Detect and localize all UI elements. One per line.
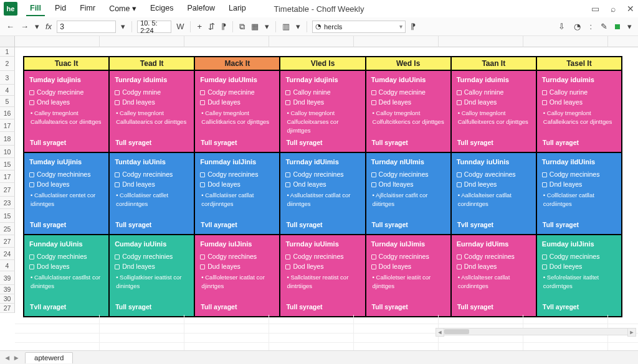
row-header[interactable]: 39: [0, 271, 15, 285]
row-header[interactable]: 3: [0, 71, 15, 85]
tab-nav[interactable]: ◄ ►: [4, 354, 20, 362]
timetable-cell[interactable]: Tumday idujinisCodgy mecinineOnd leayes•…: [24, 70, 109, 152]
col-header[interactable]: [184, 36, 269, 47]
timetable-cell[interactable]: Funnday iuUinisCodgy mechiniesDod leayes…: [24, 235, 109, 317]
timetable-cell[interactable]: Turnday iulJimisCodgy nrecininesDod leay…: [366, 235, 451, 317]
row-header[interactable]: 1: [0, 47, 15, 57]
timetable-cell[interactable]: Tunrday iduimisCodgy mnineDnd leayes• Ca…: [109, 70, 194, 152]
day-header[interactable]: Vled Is: [280, 57, 365, 70]
row-header[interactable]: 15: [0, 158, 15, 170]
autoformat-icon[interactable]: ⁋: [409, 22, 417, 31]
back-icon[interactable]: ←: [5, 22, 16, 31]
timetable-cell[interactable]: Tuntday iuUinisCodgy nrecininesDnd leaye…: [109, 152, 194, 235]
timetable-cell[interactable]: Tumday iduUinisCodgy mecinineDed leayes•…: [366, 70, 451, 152]
sheet-tab[interactable]: aptewerd: [25, 352, 73, 363]
select-all-corner[interactable]: [0, 36, 15, 47]
menu-fill[interactable]: Fill: [26, 1, 45, 16]
row-headers[interactable]: 12345161718101517272315252724439393027: [0, 47, 15, 350]
timetable-cell[interactable]: Turnday iuUimisCodgy nrecininesDod lleye…: [280, 235, 365, 317]
timetable-cell[interactable]: Tunnday iuUinisCodgy avecininesDnd leeye…: [451, 152, 536, 235]
col-header[interactable]: [608, 36, 638, 47]
row-header[interactable]: 23: [0, 197, 15, 209]
menu-come[interactable]: Come ▾: [105, 1, 140, 16]
day-header[interactable]: Mack It: [194, 57, 280, 70]
timetable-cell[interactable]: Turnday iduimisCalloy nrinineDnd leayes•…: [451, 70, 536, 152]
row-header[interactable]: 27: [0, 183, 15, 197]
name-box[interactable]: 3: [57, 21, 116, 33]
timetable-cell[interactable]: Eurnday idUimsCodgy nrecininesDnd leayes…: [451, 235, 536, 317]
row-header[interactable]: 17: [0, 119, 15, 132]
menu-eciges[interactable]: Eciges: [146, 1, 178, 16]
layout1-icon[interactable]: ⧉: [238, 22, 246, 32]
timetable-cell[interactable]: Cumday iuUinisCodgy nrechiniesDnd leayes…: [109, 235, 194, 317]
row-header[interactable]: 2: [0, 57, 15, 71]
day-header[interactable]: Tuac It: [24, 57, 109, 70]
timetable-cell[interactable]: Funmday iulJinisCodgy nrecininesDod leay…: [194, 152, 280, 235]
layout2-icon[interactable]: ▦: [250, 22, 260, 31]
save-icon[interactable]: ▭: [591, 4, 599, 14]
cell-grid[interactable]: Tuac ItTead ItMack ItVled IsWed IsTaan I…: [15, 47, 638, 350]
grid-dropdown-icon[interactable]: ▾: [295, 22, 302, 31]
day-header[interactable]: Tead It: [109, 57, 194, 70]
cell-task: Dod leayes: [200, 180, 274, 189]
more-dropdown-icon[interactable]: ▾: [626, 22, 633, 31]
history-dropdown-icon[interactable]: ▾: [34, 22, 40, 31]
day-header[interactable]: Wed Is: [366, 57, 451, 70]
scrollbar-thumb[interactable]: [444, 329, 469, 334]
style-picker[interactable]: ◔ hercls: [312, 21, 406, 33]
timetable-cell[interactable]: Fumday iulJinisCodgy nrechinesDud leayes…: [194, 235, 280, 317]
timetable-cell[interactable]: Turnday ildUinisCodgy mecininesDnd leaye…: [536, 152, 622, 235]
timetable-cell[interactable]: Turnday idUimisCodgy nrecininesOnd leaye…: [280, 152, 365, 235]
fontsize-box[interactable]: 10. 5: 2:24: [137, 21, 171, 33]
namebox-dropdown-icon[interactable]: ▾: [120, 22, 126, 31]
menu-palefow[interactable]: Palefow: [184, 1, 219, 16]
row-header[interactable]: 4: [0, 85, 15, 96]
row-header[interactable]: 24: [0, 248, 15, 260]
timetable-cell[interactable]: Eumday iulJinisCodgy mecininesDod leeyes…: [536, 235, 622, 317]
col-header[interactable]: [15, 36, 100, 47]
col-header[interactable]: [439, 36, 523, 47]
menu-larip[interactable]: Larip: [225, 1, 250, 16]
row-header[interactable]: 18: [0, 132, 15, 146]
grid-icon[interactable]: ▥: [281, 22, 291, 31]
w-icon[interactable]: W: [175, 22, 185, 31]
horizontal-scrollbar[interactable]: [442, 328, 629, 335]
column-headers[interactable]: [15, 36, 638, 47]
day-header[interactable]: Tasel It: [536, 57, 622, 70]
row-header[interactable]: 25: [0, 223, 15, 235]
timetable-cell[interactable]: Tumday iuUjinisCodgy mechininesDod leaye…: [24, 152, 109, 235]
history-icon[interactable]: ◔: [573, 22, 582, 31]
fx-icon[interactable]: fx: [44, 22, 53, 31]
row-header[interactable]: 15: [0, 209, 15, 223]
row-header[interactable]: 27: [0, 235, 15, 248]
day-header[interactable]: Taan It: [451, 57, 536, 70]
row-header[interactable]: 5: [0, 96, 15, 107]
col-header[interactable]: [354, 36, 439, 47]
col-header[interactable]: [269, 36, 354, 47]
menu-pid[interactable]: Pid: [51, 1, 70, 16]
menu-fimr[interactable]: Fimr: [76, 1, 99, 16]
search-icon[interactable]: ⌕: [611, 4, 616, 14]
row-header[interactable]: 17: [0, 170, 15, 183]
timetable-cell[interactable]: Turnday nlUlmisCodgy niecininesOnd lteay…: [366, 152, 451, 235]
forward-icon[interactable]: →: [19, 22, 30, 31]
timetable-cell[interactable]: Turnday iduimisCalloy nurineOnd leayes• …: [536, 70, 622, 152]
row-header[interactable]: 30: [0, 294, 15, 304]
pen-icon[interactable]: ✎: [599, 22, 609, 31]
col-header[interactable]: [100, 36, 184, 47]
row-header[interactable]: 16: [0, 107, 15, 119]
timetable-cell[interactable]: Turnday idujinisCalloy ninineDnd lteyes•…: [280, 70, 365, 152]
sort-icon[interactable]: ⇵: [207, 22, 216, 31]
cell-task: Dod lleyes: [285, 262, 359, 271]
row-header[interactable]: 39: [0, 285, 15, 294]
format-icon[interactable]: ⁋: [220, 22, 227, 31]
plus-icon[interactable]: +: [196, 22, 203, 31]
layout-dropdown-icon[interactable]: ▾: [264, 22, 270, 31]
timetable-cell[interactable]: Fumday iduUImisCodgy mecinineDud leayes•…: [194, 70, 280, 152]
download-icon[interactable]: ⇩: [557, 22, 566, 31]
row-header[interactable]: 4: [0, 260, 15, 271]
row-header[interactable]: 10: [0, 146, 15, 158]
close-icon[interactable]: ✕: [627, 4, 634, 14]
col-header[interactable]: [523, 36, 608, 47]
row-header[interactable]: 27: [0, 304, 15, 313]
